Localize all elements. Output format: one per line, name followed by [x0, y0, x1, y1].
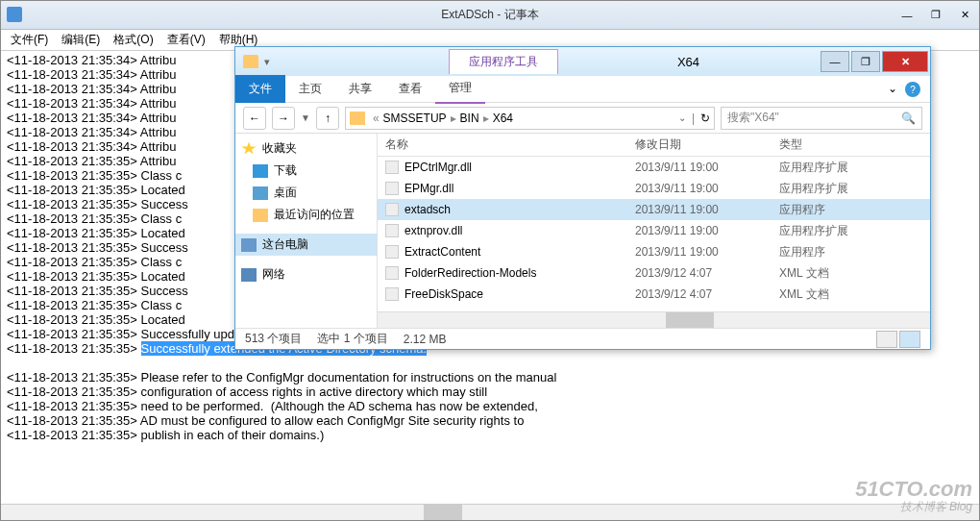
file-row[interactable]: FreeDiskSpace2013/9/12 4:07XML 文档: [378, 284, 930, 305]
explorer-minimize-button[interactable]: —: [821, 51, 849, 72]
ribbon-home[interactable]: 主页: [285, 75, 335, 103]
col-date[interactable]: 修改日期: [627, 136, 772, 153]
file-row[interactable]: EPMgr.dll2013/9/11 19:00应用程序扩展: [378, 178, 930, 199]
close-button[interactable]: ✕: [950, 1, 979, 29]
nav-back-button[interactable]: ←: [243, 107, 266, 130]
nav-up-button[interactable]: ↑: [316, 107, 339, 130]
folder-icon: [243, 55, 258, 68]
explorer-ribbon: 文件 主页 共享 查看 管理 ⌄ ?: [235, 76, 930, 103]
notepad-scrollbar[interactable]: [1, 504, 979, 520]
explorer-close-button[interactable]: ✕: [882, 51, 928, 72]
ribbon-file[interactable]: 文件: [235, 75, 285, 103]
view-details-button[interactable]: [899, 331, 920, 348]
explorer-sidebar: 收藏夹 下载 桌面 最近访问的位置 这台电脑 网络: [235, 134, 378, 328]
notepad-title: ExtADSch - 记事本: [441, 7, 538, 23]
menu-format[interactable]: 格式(O): [108, 30, 159, 50]
view-large-icons-button[interactable]: [876, 331, 897, 348]
file-row[interactable]: EPCtrlMgr.dll2013/9/11 19:00应用程序扩展: [378, 157, 930, 178]
folder-icon: [350, 112, 365, 125]
notepad-titlebar[interactable]: ExtADSch - 记事本 — ❐ ✕: [1, 1, 979, 30]
sidebar-desktop[interactable]: 桌面: [235, 182, 377, 204]
sidebar-recent[interactable]: 最近访问的位置: [235, 204, 377, 226]
file-icon: [385, 287, 399, 301]
file-row[interactable]: FolderRedirection-Models2013/9/12 4:07XM…: [378, 262, 930, 284]
minimize-button[interactable]: —: [893, 1, 921, 29]
refresh-icon[interactable]: ↻: [700, 112, 710, 125]
ribbon-share[interactable]: 共享: [335, 75, 385, 103]
file-icon: [385, 224, 399, 237]
nav-history-icon[interactable]: ▼: [301, 112, 310, 123]
tools-tab-label[interactable]: 应用程序工具: [449, 49, 558, 74]
file-icon: [385, 161, 399, 174]
status-count: 513 个项目: [245, 331, 302, 347]
search-icon: 🔍: [901, 112, 916, 125]
explorer-nav: ← → ▼ ↑ « SMSSETUP ▸ BIN ▸ X64 ⌄ | ↻ 搜索"…: [235, 103, 930, 134]
sidebar-network[interactable]: 网络: [235, 263, 377, 285]
sidebar-downloads[interactable]: 下载: [235, 160, 377, 182]
status-selected: 选中 1 个项目: [317, 331, 387, 347]
status-size: 2.12 MB: [404, 333, 447, 346]
nav-forward-button[interactable]: →: [272, 107, 295, 130]
crumb-bin[interactable]: BIN: [460, 112, 479, 125]
explorer-titlebar[interactable]: ▾ 应用程序工具 X64 — ❐ ✕: [235, 47, 930, 76]
notepad-icon: [7, 7, 22, 22]
file-row[interactable]: ExtractContent2013/9/11 19:00应用程序: [378, 241, 930, 262]
explorer-title: X64: [558, 55, 819, 69]
file-icon: [385, 245, 399, 259]
ribbon-manage[interactable]: 管理: [435, 74, 485, 104]
search-placeholder: 搜索"X64": [727, 110, 779, 126]
crumb-smssetup[interactable]: SMSSETUP: [383, 112, 447, 125]
explorer-window: ▾ 应用程序工具 X64 — ❐ ✕ 文件 主页 共享 查看 管理 ⌄ ? ← …: [234, 46, 931, 350]
ribbon-view[interactable]: 查看: [385, 75, 435, 103]
file-row[interactable]: extadsch2013/9/11 19:00应用程序: [378, 199, 930, 220]
sidebar-favorites[interactable]: 收藏夹: [235, 137, 377, 160]
file-icon: [385, 182, 399, 195]
menu-edit[interactable]: 编辑(E): [56, 30, 106, 50]
menu-file[interactable]: 文件(F): [5, 30, 54, 50]
file-icon: [385, 203, 399, 216]
file-row[interactable]: extnprov.dll2013/9/11 19:00应用程序扩展: [378, 220, 930, 241]
file-list: 名称 修改日期 类型 EPCtrlMgr.dll2013/9/11 19:00应…: [378, 134, 930, 328]
col-type[interactable]: 类型: [772, 136, 887, 153]
breadcrumb[interactable]: « SMSSETUP ▸ BIN ▸ X64 ⌄ | ↻: [345, 107, 715, 130]
ribbon-collapse-icon[interactable]: ⌄: [888, 82, 897, 97]
crumb-x64[interactable]: X64: [493, 112, 513, 125]
help-icon[interactable]: ?: [905, 82, 920, 97]
file-icon: [385, 266, 399, 280]
maximize-button[interactable]: ❐: [921, 1, 950, 29]
menu-view[interactable]: 查看(V): [161, 30, 211, 50]
list-scrollbar[interactable]: [378, 311, 930, 328]
explorer-status: 513 个项目 选中 1 个项目 2.12 MB: [235, 328, 930, 349]
sidebar-thispc[interactable]: 这台电脑: [235, 234, 377, 256]
col-name[interactable]: 名称: [378, 136, 627, 153]
search-input[interactable]: 搜索"X64" 🔍: [721, 107, 922, 130]
explorer-maximize-button[interactable]: ❐: [851, 51, 880, 72]
